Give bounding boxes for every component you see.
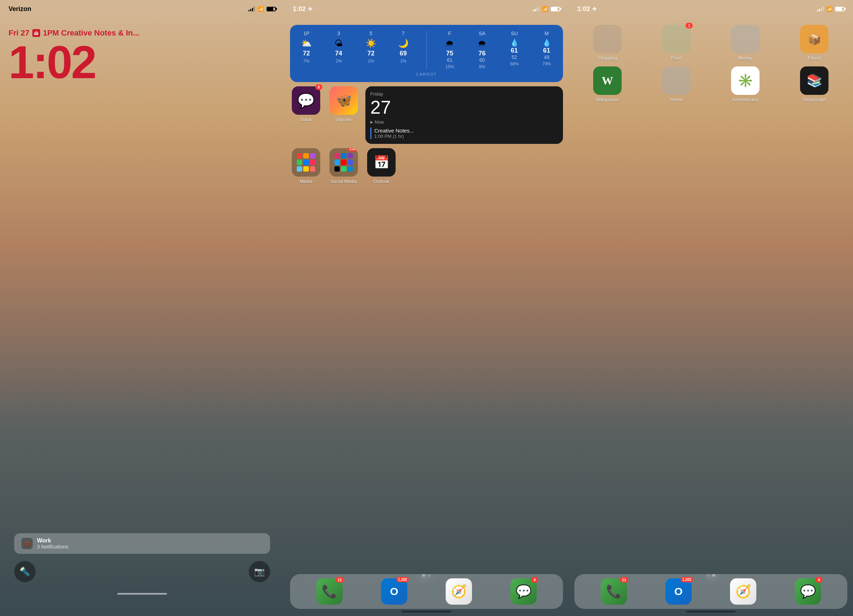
home-indicator-3[interactable] [569, 611, 853, 613]
food-folder-badge: 1 [686, 23, 693, 29]
weather-col-7: 7 🌙 69 1% [393, 30, 414, 64]
parcel-app-item[interactable]: 📦 Parcel [781, 25, 847, 61]
home-indicator[interactable] [117, 593, 167, 595]
camera-button[interactable]: 📷 [249, 561, 270, 582]
notification-text: Work 3 Notifications [37, 537, 68, 549]
status-time-3: 1:02 ✈ [577, 5, 597, 13]
weather-col-f: F 🌧 75 61 15% [439, 30, 460, 69]
phone-dock-badge-3: 11 [620, 577, 628, 583]
carrot-label: CARROT [296, 72, 557, 76]
safari-dock-icon-3: 🧭 [730, 578, 756, 605]
ulysses-icon: 🦋 [329, 86, 358, 115]
wikipanion-app-item[interactable]: W Wikipanion [574, 67, 641, 102]
widgets-area: 1P ⛅ 72 7% 3 🌤 74 2% 5 ☀️ 72 1% [290, 25, 563, 188]
media-folder-app[interactable]: Media [290, 148, 322, 184]
apps-row-1: 💬 5 Slack 🦋 Ulysses Friday 27 ▶ Now [290, 86, 563, 144]
shopping-folder-label: Shopping [598, 55, 617, 61]
wikipanion-icon: W [593, 67, 622, 95]
storygraph-app-item[interactable]: 📚 StoryGraph [781, 67, 847, 102]
status-icons-3: 📶 [817, 6, 844, 12]
parcel-label: Parcel [808, 55, 821, 61]
signal-icon-2 [533, 6, 539, 11]
phone-dock-badge: 11 [335, 577, 344, 583]
battery-icon-2 [551, 7, 560, 11]
ulysses-label: Ulysses [335, 117, 352, 122]
shopping-folder-item[interactable]: Shopping [574, 25, 641, 61]
shopping-folder-icon [593, 25, 622, 53]
money-folder-icon [731, 25, 759, 53]
dock-outlook[interactable]: O 1,202 [381, 578, 407, 605]
lock-notification[interactable]: 💼 Work 3 Notifications [14, 533, 270, 554]
outlook-dock-icon: O [381, 578, 407, 605]
social-media-label: Social Media [331, 179, 357, 184]
dock-safari[interactable]: 🧭 [446, 578, 472, 605]
dock-panel3: 📞 11 O 1,202 🧭 💬 4 [574, 574, 847, 609]
outlook-label-row2: Outlook [373, 179, 390, 184]
flashlight-button[interactable]: 🔦 [14, 561, 35, 582]
money-folder-item[interactable]: Money [712, 25, 779, 61]
status-icons: 📶 [249, 6, 276, 12]
dock-safari-3[interactable]: 🧭 [730, 578, 756, 605]
social-media-folder-app[interactable]: 1,282 Social Media [328, 148, 360, 184]
date-event-widget: Fri 27 📅 1PM Creative Notes & In... 1:02 [9, 29, 276, 85]
weather-widget[interactable]: 1P ⛅ 72 7% 3 🌤 74 2% 5 ☀️ 72 1% [290, 25, 563, 82]
slack-app[interactable]: 💬 5 Slack [290, 86, 322, 144]
notification-app-icon: 💼 [21, 538, 33, 549]
dock-phone-3[interactable]: 📞 11 [601, 578, 627, 605]
authenticator-app-item[interactable]: ✳️ Authenticator [712, 67, 779, 102]
outlook-widget-icon: 📅 [367, 148, 396, 177]
outlook-dock-badge: 1,202 [396, 577, 409, 582]
lock-screen-panel: Verizon 📶 Fri 27 📅 1PM Creative Notes & … [0, 0, 284, 616]
media-folder-grid [294, 150, 318, 174]
status-bar-panel3: 1:02 ✈ 📶 [569, 0, 853, 18]
lock-time: 1:02 [9, 39, 276, 85]
food-folder-icon: 1 [662, 25, 691, 53]
weather-col-sa: SA 🌧 76 60 9% [471, 30, 493, 69]
outlook-event: Creative Notes... 1:00 PM (1 hr) [370, 127, 558, 139]
weather-days-row: 1P ⛅ 72 7% 3 🌤 74 2% 5 ☀️ 72 1% [296, 30, 557, 69]
home-folder-item[interactable]: Home [643, 67, 709, 102]
weather-col-su: SU 💧 61 52 68% [504, 30, 525, 67]
weather-col-1p: 1P ⛅ 72 7% [296, 30, 317, 64]
social-media-folder-grid [332, 150, 356, 174]
media-label: Media [300, 179, 312, 184]
home-screen-2-panel: 1:02 ✈ 📶 [569, 0, 853, 616]
dock-phone[interactable]: 📞 11 [316, 578, 343, 605]
slack-label: Slack [301, 117, 312, 122]
authenticator-icon: ✳️ [731, 67, 759, 95]
dock-messages[interactable]: 💬 4 [510, 578, 537, 605]
storygraph-icon: 📚 [800, 67, 829, 95]
wikipanion-label: Wikipanion [596, 97, 619, 102]
carrier-label: Verizon [9, 5, 31, 13]
dock-outlook-3[interactable]: O 1,202 [665, 578, 692, 605]
weather-col-5: 5 ☀️ 72 1% [360, 30, 382, 64]
home-folder-icon [662, 67, 691, 95]
wifi-icon-2: 📶 [542, 6, 548, 12]
outlook-app-row2[interactable]: 📅 Outlook [365, 148, 398, 184]
status-bar-panel2: 1:02 ✈ 📶 [284, 0, 569, 18]
outlook-date: 27 [370, 98, 558, 117]
food-folder-label: Food [671, 55, 682, 61]
app-grid: Shopping 1 Food [574, 25, 847, 102]
status-time: 1:02 ✈ [293, 5, 313, 13]
weather-col-m: M 💧 61 49 79% [536, 30, 557, 67]
ulysses-app[interactable]: 🦋 Ulysses [328, 86, 360, 144]
status-icons-2: 📶 [533, 6, 560, 12]
food-folder-item[interactable]: 1 Food [643, 25, 709, 61]
notification-count: 3 Notifications [37, 544, 68, 549]
outlook-event-time: 1:00 PM (1 hr) [374, 133, 558, 139]
messages-dock-badge: 4 [531, 577, 538, 583]
battery-icon-3 [835, 7, 844, 11]
notification-app-name: Work [37, 537, 68, 544]
wifi-icon-3: 📶 [826, 6, 832, 12]
social-media-folder-icon: 1,282 [329, 148, 358, 177]
dock-messages-3[interactable]: 💬 4 [795, 578, 821, 605]
outlook-dock-badge-3: 1,202 [681, 577, 693, 582]
dock-panel2: 📞 11 O 1,202 🧭 💬 4 [290, 574, 563, 609]
lock-bottom-buttons: 🔦 📷 [0, 561, 284, 582]
wifi-icon: 📶 [258, 6, 264, 12]
lock-bottom-area: 💼 Work 3 Notifications 🔦 📷 [0, 533, 284, 595]
outlook-calendar-widget[interactable]: Friday 27 ▶ Now Creative Notes... 1:00 P… [365, 86, 563, 144]
home-screen-1-panel: 1:02 ✈ 📶 1P ⛅ 72 [284, 0, 569, 616]
home-indicator-2[interactable] [284, 611, 569, 613]
